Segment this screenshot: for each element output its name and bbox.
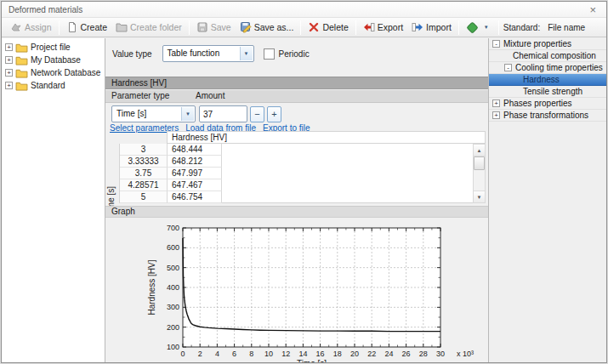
expand-icon[interactable]: +	[5, 56, 13, 64]
tree-item-mixture-properties[interactable]: - Mixture properties	[489, 38, 606, 50]
create-button[interactable]: Create	[62, 19, 112, 36]
tree-item-chemical-composition[interactable]: Chemical composition	[489, 50, 606, 62]
new-page-icon	[66, 21, 78, 33]
svg-text:6: 6	[232, 350, 236, 358]
tree-item-standard[interactable]: + Standard	[2, 79, 105, 92]
hardness-section-header: Hardness [HV]	[105, 77, 488, 89]
tree-item-phases-properties[interactable]: + Phases properties	[489, 98, 606, 110]
assign-button[interactable]: Assign	[6, 19, 56, 36]
save-as-button[interactable]: Save as...	[236, 19, 298, 36]
import-label: Import	[426, 22, 452, 32]
export-arrow-icon	[363, 21, 375, 33]
svg-text:18: 18	[333, 350, 342, 358]
hardness-cell[interactable]: 646.754	[168, 191, 222, 203]
toolbar-separator	[300, 20, 301, 35]
svg-text:10: 10	[264, 350, 273, 358]
svg-text:16: 16	[316, 350, 325, 358]
tree-item-project-file[interactable]: + Project file	[2, 41, 105, 54]
database-menu-button[interactable]: ▼	[462, 19, 496, 37]
toolbar: Assign Create Create folder Save Save as…	[2, 18, 606, 37]
table-row[interactable]: 3.75 647.997	[120, 168, 473, 179]
time-cell[interactable]: 5	[120, 191, 168, 203]
expand-icon[interactable]: +	[5, 69, 13, 77]
save-button[interactable]: Save	[192, 19, 236, 36]
green-cube-icon	[466, 21, 479, 34]
periodic-checkbox[interactable]	[264, 48, 275, 60]
svg-text:30: 30	[436, 350, 445, 358]
caret-down-icon: ▼	[244, 46, 249, 61]
table-row[interactable]: 4.28571 647.467	[120, 179, 473, 191]
tree-item-label: Phase transformations	[503, 111, 588, 120]
parameter-type-dropdown[interactable]: Time [s] ▼	[111, 105, 196, 122]
time-cell[interactable]: 4.28571	[120, 179, 168, 191]
tree-item-label: Standard	[31, 81, 65, 90]
tree-item-tensile-strength[interactable]: Tensile strength	[489, 86, 606, 98]
hardness-cell[interactable]: 648.444	[168, 144, 222, 156]
svg-text:20: 20	[350, 350, 359, 358]
parameter-header-row: Parameter type Amount	[105, 90, 488, 103]
table-row[interactable]: 5 646.754	[120, 191, 473, 203]
tree-item-phase-transformations[interactable]: + Phase transformations	[489, 110, 606, 122]
value-type-row: Value type Table function ▼ Periodic	[105, 44, 488, 63]
value-type-dropdown[interactable]: Table function ▼	[162, 45, 254, 62]
hardness-cell[interactable]: 647.997	[168, 168, 222, 179]
svg-text:600: 600	[167, 243, 179, 252]
import-button[interactable]: Import	[407, 19, 456, 36]
delete-button[interactable]: Delete	[304, 19, 352, 36]
tree-item-label: Cooling time properties	[515, 63, 603, 72]
time-cell[interactable]: 3.33333	[120, 156, 168, 168]
expand-icon[interactable]: +	[492, 111, 500, 119]
close-icon[interactable]: ×	[586, 4, 599, 15]
svg-text:2: 2	[198, 350, 202, 358]
expand-icon[interactable]: +	[5, 82, 13, 89]
value-type-value: Table function	[168, 48, 220, 58]
svg-text:24: 24	[384, 350, 393, 358]
tree-item-label: Network Database	[31, 68, 100, 77]
folder-icon	[15, 68, 28, 78]
hardness-cell[interactable]: 648.212	[168, 156, 222, 168]
tree-item-label: Project file	[31, 43, 71, 52]
scrollbar-thumb[interactable]	[474, 156, 485, 170]
parameter-controls-row: Time [s] ▼ − +	[111, 105, 281, 122]
caret-down-icon: ▼	[185, 106, 190, 122]
table-row[interactable]: 3.33333 648.212	[120, 156, 473, 168]
scroll-down-icon[interactable]: ▼	[474, 191, 485, 202]
tree-item-my-database[interactable]: + My Database	[2, 54, 105, 66]
assign-label: Assign	[25, 22, 52, 32]
expand-icon[interactable]: +	[5, 43, 13, 51]
table-row[interactable]: 3 648.444	[120, 144, 473, 156]
save-as-label: Save as...	[254, 22, 294, 32]
time-cell[interactable]: 3	[120, 144, 168, 156]
increment-button[interactable]: +	[267, 106, 281, 122]
tree-item-network-database[interactable]: + Network Database	[2, 66, 105, 79]
svg-text:4: 4	[215, 350, 219, 358]
svg-text:Time [s]: Time [s]	[297, 359, 327, 363]
tree-item-label: Chemical composition	[513, 51, 596, 60]
decrement-button[interactable]: −	[250, 106, 264, 122]
tree-item-label: My Database	[31, 55, 81, 65]
tree-item-hardness-selected[interactable]: Hardness	[489, 74, 606, 86]
amount-input[interactable]	[199, 105, 247, 122]
hardness-data-table: Hardness [HV] 3 648.444 3.33333 648.212 …	[119, 131, 486, 203]
svg-text:0: 0	[180, 350, 185, 358]
create-folder-button[interactable]: Create folder	[111, 19, 186, 36]
table-scrollbar[interactable]: ▲ ▼	[473, 144, 486, 203]
caret-down-icon: ▼	[481, 25, 492, 30]
time-cell[interactable]: 3.75	[120, 168, 168, 179]
deformed-materials-window: Deformed materials × Assign Create Creat…	[1, 1, 607, 363]
tree-item-cooling-time-properties[interactable]: - Cooling time properties	[489, 62, 606, 74]
save-label: Save	[211, 22, 231, 32]
graph-area: 0246810121416182022242628301002003004005…	[105, 219, 488, 363]
toolbar-separator	[458, 20, 459, 35]
save-icon	[196, 21, 208, 33]
scroll-up-icon[interactable]: ▲	[474, 145, 485, 156]
hardness-cell[interactable]: 647.467	[168, 179, 222, 191]
svg-text:Hardness [HV]: Hardness [HV]	[147, 259, 156, 315]
collapse-icon[interactable]: -	[492, 40, 500, 48]
folder-icon	[116, 21, 128, 33]
collapse-icon[interactable]: -	[504, 64, 512, 71]
export-button[interactable]: Export	[359, 19, 407, 36]
standard-combobox[interactable]: File name ▼	[543, 20, 607, 35]
expand-icon[interactable]: +	[492, 100, 500, 107]
import-arrow-icon	[412, 21, 423, 33]
